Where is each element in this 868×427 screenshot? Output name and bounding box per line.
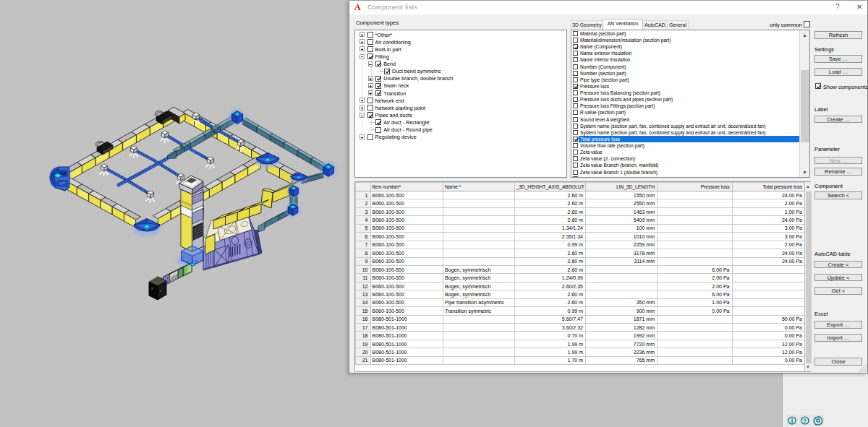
svg-text:z: z xyxy=(160,289,162,293)
svg-text:z: z xyxy=(151,287,153,290)
svg-text:?: ? xyxy=(804,418,807,424)
